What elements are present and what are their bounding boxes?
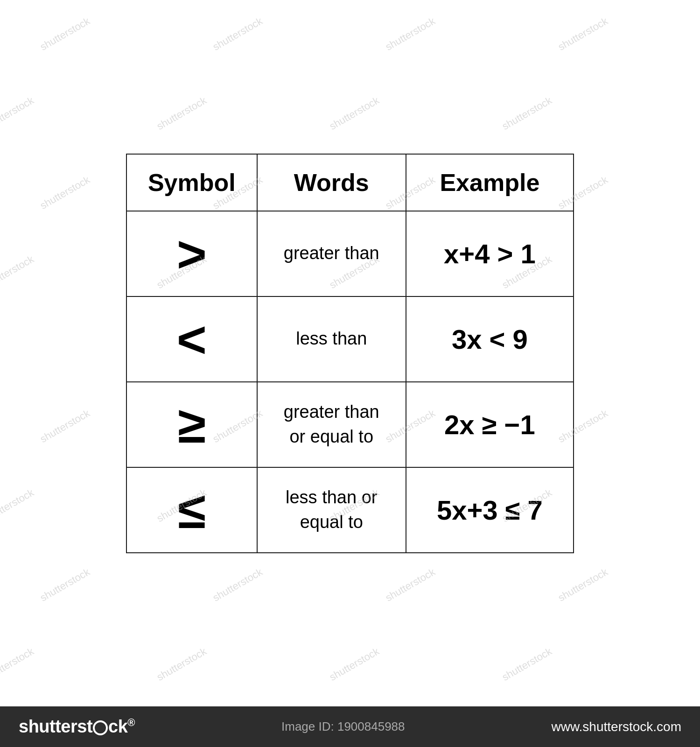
example-gte: 2x ≥ −1 <box>406 382 574 467</box>
registered-mark: ® <box>127 717 135 728</box>
words-greater-than: greater than <box>257 211 406 296</box>
example-less-than: 3x < 9 <box>406 296 574 382</box>
symbol-lte: ≤ <box>126 467 257 553</box>
symbol-greater-than: > <box>126 211 257 296</box>
table-container: Symbol Words Example > greater than x+4 … <box>126 154 574 553</box>
image-id: Image ID: 1900845988 <box>281 719 405 734</box>
logo-o <box>93 720 108 735</box>
inequality-table: Symbol Words Example > greater than x+4 … <box>126 154 574 553</box>
shutterstock-logo: shutterstck® <box>19 717 135 737</box>
example-lte: 5x+3 ≤ 7 <box>406 467 574 553</box>
symbol-gte: ≥ <box>126 382 257 467</box>
table-row: ≥ greater than or equal to 2x ≥ −1 <box>126 382 574 467</box>
words-less-than: less than <box>257 296 406 382</box>
website-url: www.shutterstock.com <box>551 719 681 734</box>
main-content: Symbol Words Example > greater than x+4 … <box>0 0 700 706</box>
example-greater-than: x+4 > 1 <box>406 211 574 296</box>
table-header-row: Symbol Words Example <box>126 154 574 211</box>
col-symbol: Symbol <box>126 154 257 211</box>
table-row: > greater than x+4 > 1 <box>126 211 574 296</box>
logo-text: shutterst <box>19 717 92 736</box>
table-row: < less than 3x < 9 <box>126 296 574 382</box>
col-example: Example <box>406 154 574 211</box>
table-row: ≤ less than or equal to 5x+3 ≤ 7 <box>126 467 574 553</box>
bottom-bar: shutterstck® Image ID: 1900845988 www.sh… <box>0 706 700 747</box>
col-words: Words <box>257 154 406 211</box>
words-gte: greater than or equal to <box>257 382 406 467</box>
logo-text2: ck <box>108 717 127 736</box>
symbol-less-than: < <box>126 296 257 382</box>
words-lte: less than or equal to <box>257 467 406 553</box>
